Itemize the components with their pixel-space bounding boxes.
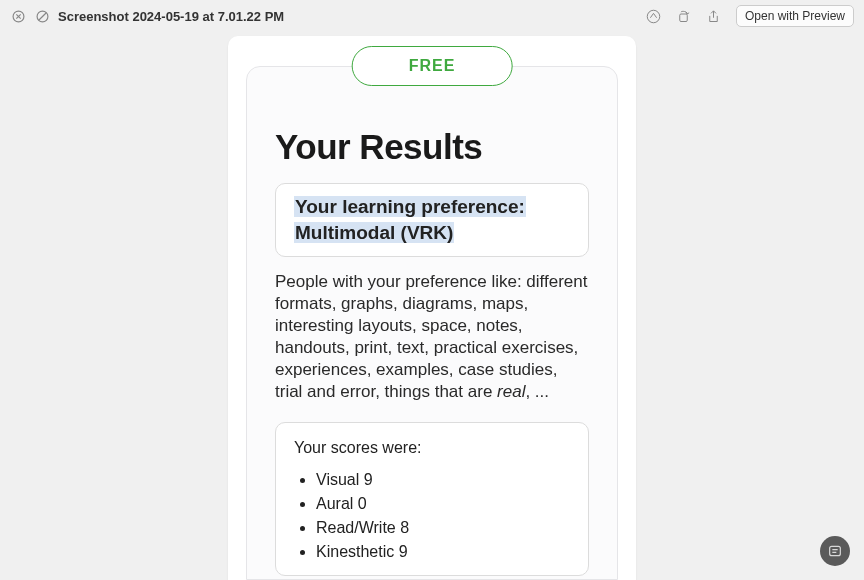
description-italic: real bbox=[497, 382, 525, 401]
rotate-icon[interactable] bbox=[676, 8, 692, 24]
scores-title: Your scores were: bbox=[294, 439, 570, 457]
description-suffix: , ... bbox=[525, 382, 549, 401]
score-label: Aural bbox=[316, 495, 353, 512]
score-value: 9 bbox=[364, 471, 373, 488]
scores-box: Your scores were: Visual 9 Aural 0 Read/… bbox=[275, 422, 589, 576]
preference-label: Your learning preference: bbox=[294, 196, 526, 217]
score-label: Kinesthetic bbox=[316, 543, 394, 560]
close-icon[interactable] bbox=[10, 8, 26, 24]
block-icon[interactable] bbox=[34, 8, 50, 24]
titlebar-left: Screenshot 2024-05-19 at 7.01.22 PM bbox=[10, 8, 284, 24]
preference-value: Multimodal (VRK) bbox=[294, 222, 454, 243]
score-label: Read/Write bbox=[316, 519, 396, 536]
description-text: People with your preference like: differ… bbox=[275, 271, 589, 404]
svg-point-5 bbox=[648, 10, 661, 23]
svg-rect-6 bbox=[680, 14, 688, 22]
open-with-preview-button[interactable]: Open with Preview bbox=[736, 5, 854, 27]
score-item: Kinesthetic 9 bbox=[316, 543, 570, 561]
score-item: Visual 9 bbox=[316, 471, 570, 489]
outer-card: FREE Your Results Your learning preferen… bbox=[228, 36, 636, 580]
window-titlebar: Screenshot 2024-05-19 at 7.01.22 PM Open… bbox=[0, 0, 864, 32]
preview-viewport: FREE Your Results Your learning preferen… bbox=[0, 32, 864, 580]
titlebar-right: Open with Preview bbox=[646, 5, 854, 27]
window-title: Screenshot 2024-05-19 at 7.01.22 PM bbox=[58, 9, 284, 24]
score-item: Aural 0 bbox=[316, 495, 570, 513]
preference-box: Your learning preference: Multimodal (VR… bbox=[275, 183, 589, 257]
quick-actions-button[interactable] bbox=[820, 536, 850, 566]
score-value: 9 bbox=[399, 543, 408, 560]
markup-icon[interactable] bbox=[646, 8, 662, 24]
svg-rect-7 bbox=[830, 546, 841, 555]
free-badge: FREE bbox=[352, 46, 513, 86]
results-panel: Your Results Your learning preference: M… bbox=[246, 66, 618, 580]
score-item: Read/Write 8 bbox=[316, 519, 570, 537]
score-value: 0 bbox=[358, 495, 367, 512]
score-label: Visual bbox=[316, 471, 359, 488]
svg-line-4 bbox=[38, 12, 46, 20]
results-heading: Your Results bbox=[275, 127, 589, 167]
share-icon[interactable] bbox=[706, 8, 722, 24]
score-value: 8 bbox=[400, 519, 409, 536]
scores-list: Visual 9 Aural 0 Read/Write 8 Kinestheti… bbox=[294, 471, 570, 561]
